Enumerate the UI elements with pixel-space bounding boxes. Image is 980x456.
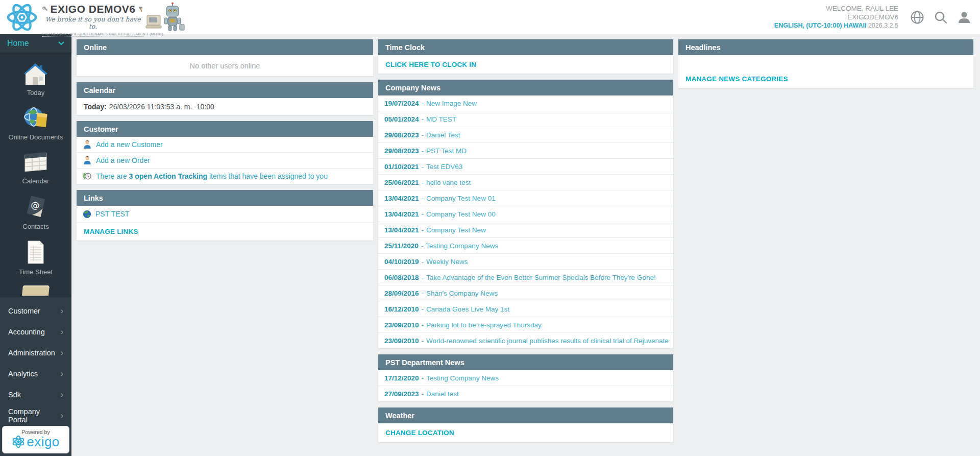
add-order-link[interactable]: Add a new Order <box>77 152 373 168</box>
sidebar-item-calendar[interactable]: Calendar <box>0 151 71 185</box>
news-item[interactable]: 23/09/2010 - World-renowned scientific j… <box>378 332 673 348</box>
news-date[interactable]: 05/01/2024 <box>384 115 419 123</box>
news-title[interactable]: Company Test New 01 <box>426 195 496 202</box>
locale-link[interactable]: ENGLISH, (UTC-10:00) HAWAII <box>774 22 867 29</box>
news-title[interactable]: Take Advantage of the Even Better Summer… <box>426 274 656 281</box>
news-date[interactable]: 23/09/2010 <box>384 321 419 329</box>
news-date[interactable]: 06/08/2018 <box>384 274 419 281</box>
news-date[interactable]: 16/12/2010 <box>384 305 419 313</box>
globe-icon[interactable] <box>910 10 925 25</box>
calendar-grid-icon <box>23 151 48 174</box>
headlines-panel: Headlines MANAGE NEWS CATEGORIES <box>678 39 973 88</box>
news-title[interactable]: Testing Company News <box>426 242 498 250</box>
version-label: 2026.3.2.5 <box>868 22 898 29</box>
news-item[interactable]: 23/09/2010 - Parking lot to be re-spraye… <box>378 317 673 332</box>
sidebar-menu-item[interactable]: Administration › <box>0 342 71 363</box>
sidebar-menu-item[interactable]: Sdk › <box>0 384 71 405</box>
news-date[interactable]: 28/09/2016 <box>384 290 419 297</box>
panel-title: Online <box>77 39 373 55</box>
news-separator: - <box>422 321 424 329</box>
sidebar-menu-item[interactable]: Analytics › <box>0 363 71 384</box>
company-news-list: 19/07/2024 - New Image New 05/01/2024 - … <box>378 95 673 348</box>
news-item[interactable]: 01/10/2021 - Test EDV63 <box>378 158 673 174</box>
powered-by-exigo[interactable]: Powered by exigo <box>2 426 69 453</box>
menu-item-label: Customer <box>8 307 40 315</box>
action-tracking-link[interactable]: There are 3 open Action Tracking items t… <box>77 168 373 184</box>
news-item[interactable]: 05/01/2024 - MD TEST <box>378 111 673 127</box>
news-date[interactable]: 17/12/2020 <box>384 374 419 382</box>
news-item[interactable]: 29/08/2023 - PST Test MD <box>378 142 673 158</box>
news-title[interactable]: Shan's Company News <box>426 290 498 297</box>
sidebar-menu-item[interactable]: Customer › <box>0 300 71 321</box>
news-date[interactable]: 04/10/2019 <box>384 258 419 266</box>
news-date[interactable]: 13/04/2021 <box>384 210 419 218</box>
clock-in-button[interactable]: CLICK HERE TO CLOCK IN <box>378 55 673 74</box>
sidebar-item-today[interactable]: Today <box>0 63 71 97</box>
news-date[interactable]: 27/09/2023 <box>384 390 419 398</box>
news-item[interactable]: 13/04/2021 - Company Test New 01 <box>378 190 673 206</box>
news-title[interactable]: PST Test MD <box>426 147 467 155</box>
news-date[interactable]: 13/04/2021 <box>384 226 419 234</box>
news-date[interactable]: 25/11/2020 <box>384 242 419 250</box>
user-icon[interactable] <box>957 10 972 25</box>
add-customer-link[interactable]: Add a new Customer <box>77 137 373 152</box>
news-item[interactable]: 28/09/2016 - Shan's Company News <box>378 285 673 301</box>
news-date[interactable]: 13/04/2021 <box>384 195 419 202</box>
news-title[interactable]: hello vane test <box>426 179 471 186</box>
news-title[interactable]: Parking lot to be re-sprayed Thursday <box>426 321 542 329</box>
news-title[interactable]: Daniel test <box>426 390 459 398</box>
news-title[interactable]: World-renowned scientific journal publis… <box>426 337 669 345</box>
news-item[interactable]: 25/11/2020 - Testing Company News <box>378 237 673 253</box>
sidebar-menu-item[interactable]: Company Portal › <box>0 405 71 426</box>
news-title[interactable]: Weekly News <box>426 258 468 266</box>
news-item[interactable]: 04/10/2019 - Weekly News <box>378 253 673 269</box>
news-item[interactable]: 13/04/2021 - Company Test New 00 <box>378 206 673 222</box>
sidebar-item-contacts[interactable]: @ Contacts <box>0 195 71 230</box>
news-title[interactable]: New Image New <box>426 100 477 107</box>
news-title[interactable]: Canada Goes Live May 1st <box>426 305 509 313</box>
news-date[interactable]: 23/09/2010 <box>384 337 419 345</box>
person-icon <box>83 156 92 165</box>
news-item[interactable]: 16/12/2010 - Canada Goes Live May 1st <box>378 301 673 317</box>
news-title[interactable]: Company Test New 00 <box>426 210 496 218</box>
sidebar-menu-item[interactable]: Accounting › <box>0 321 71 342</box>
menu-item-label: Analytics <box>8 370 38 378</box>
logo-subtext: OUR METHODS ARE QUESTIONABLE. OUR RESULT… <box>42 32 144 37</box>
manage-news-categories-button[interactable]: MANAGE NEWS CATEGORIES <box>678 70 973 88</box>
sidebar-item-partial[interactable] <box>0 285 71 296</box>
news-item[interactable]: 27/09/2023 - Daniel test <box>378 386 673 401</box>
news-item[interactable]: 29/08/2023 - Daniel Test <box>378 127 673 142</box>
news-item[interactable]: 13/04/2021 - Company Test New <box>378 222 673 237</box>
change-location-button[interactable]: CHANGE LOCATION <box>378 423 673 442</box>
menu-item-label: Accounting <box>8 328 45 336</box>
app-logo[interactable]: EXIGO DEMOV6 We broke it so you don't ha… <box>6 1 185 37</box>
news-title[interactable]: MD TEST <box>426 115 456 123</box>
panel-title: Customer <box>77 121 373 137</box>
news-date[interactable]: 29/08/2023 <box>384 147 419 155</box>
news-item[interactable]: 06/08/2018 - Take Advantage of the Even … <box>378 269 673 285</box>
today-value: 26/03/2026 11:03:53 a. m. -10:00 <box>109 103 214 111</box>
sidebar-item-label: Today <box>27 89 45 97</box>
news-date[interactable]: 19/07/2024 <box>384 100 419 107</box>
news-item[interactable]: 25/06/2021 - hello vane test <box>378 174 673 190</box>
news-item[interactable]: 19/07/2024 - New Image New <box>378 95 673 111</box>
news-date[interactable]: 29/08/2023 <box>384 131 419 139</box>
news-title[interactable]: Company Test New <box>426 226 486 234</box>
chevron-down-icon <box>58 41 64 45</box>
sidebar-item-time-sheet[interactable]: Time Sheet <box>0 240 71 276</box>
logo-tagline: We broke it so you don't have to. <box>42 16 144 31</box>
news-date[interactable]: 25/06/2021 <box>384 179 419 186</box>
news-date[interactable]: 01/10/2021 <box>384 163 419 171</box>
person-icon <box>83 140 92 149</box>
news-item[interactable]: 17/12/2020 - Testing Company News <box>378 370 673 386</box>
search-icon[interactable] <box>933 10 948 25</box>
sidebar-item-online-documents[interactable]: Online Documents <box>0 106 71 141</box>
news-title[interactable]: Test EDV63 <box>426 163 462 171</box>
sidebar-item-home[interactable]: Home <box>0 34 71 53</box>
wrench-icon <box>42 5 48 14</box>
news-title[interactable]: Daniel Test <box>426 131 460 139</box>
action-tracking-clock-icon <box>83 172 92 181</box>
manage-links-button[interactable]: MANAGE LINKS <box>77 222 373 241</box>
link-item-pst-test[interactable]: PST TEST <box>77 206 373 222</box>
news-title[interactable]: Testing Company News <box>426 374 499 382</box>
